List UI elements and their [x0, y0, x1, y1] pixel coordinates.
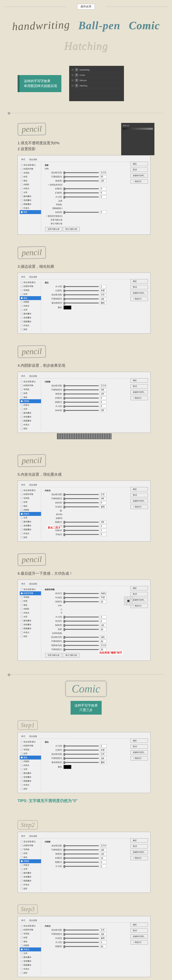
style-checkbox[interactable] [21, 509, 23, 511]
style-list-item[interactable]: 斜面和浮雕 [20, 744, 41, 748]
style-checkbox[interactable] [21, 925, 23, 927]
style-checkbox[interactable] [21, 776, 23, 778]
slider[interactable] [63, 410, 99, 411]
style-checkbox[interactable] [21, 168, 23, 170]
field-input[interactable] [100, 285, 107, 288]
style-checkbox[interactable] [21, 184, 23, 186]
dialog-button[interactable]: 新建样式(W)... [130, 598, 148, 602]
field-input[interactable] [100, 175, 107, 178]
style-checkbox[interactable] [21, 525, 23, 527]
field-input[interactable] [100, 392, 107, 396]
slider[interactable] [63, 180, 99, 181]
field-input[interactable] [100, 405, 107, 408]
style-list-item[interactable]: 纹理 [20, 391, 41, 395]
dialog-button[interactable]: 确定 [130, 738, 148, 743]
style-list-item[interactable]: 外发光 [20, 967, 41, 971]
field-input[interactable] [100, 388, 107, 391]
field-input[interactable] [100, 749, 107, 752]
style-checkbox[interactable] [21, 505, 23, 507]
style-checkbox[interactable] [21, 301, 23, 303]
style-checkbox[interactable] [21, 517, 23, 519]
slider[interactable] [63, 390, 99, 390]
field-input[interactable] [100, 937, 107, 940]
slider[interactable] [63, 593, 99, 594]
field-input[interactable] [100, 493, 107, 496]
style-checkbox[interactable] [21, 600, 23, 602]
style-list-item[interactable]: 混合选项:默认 [20, 587, 41, 591]
style-checkbox[interactable] [21, 313, 23, 315]
style-checkbox[interactable] [21, 860, 23, 862]
style-list-item[interactable]: 等高线 [20, 288, 41, 292]
slider[interactable] [63, 854, 99, 854]
style-list-item[interactable]: 图案叠加 [20, 779, 41, 783]
style-checkbox[interactable] [21, 513, 23, 515]
slider[interactable] [63, 942, 99, 943]
field-input[interactable] [100, 941, 107, 944]
style-checkbox[interactable] [21, 596, 23, 598]
style-list-item[interactable]: 内阴影 [20, 943, 41, 947]
field-input[interactable] [100, 757, 107, 760]
slider[interactable] [63, 398, 99, 398]
style-list-item[interactable]: 光泽 [20, 516, 41, 520]
style-list-item[interactable]: 颜色叠加 [20, 871, 41, 875]
style-checkbox[interactable] [21, 592, 23, 594]
style-checkbox[interactable] [21, 608, 23, 610]
style-list-item[interactable]: 等高线 [20, 595, 41, 599]
slider[interactable] [63, 212, 99, 213]
dialog-button[interactable]: ✓ 预览(V) [130, 297, 148, 301]
style-list-item[interactable]: 投影 [20, 210, 41, 214]
style-checkbox[interactable] [21, 180, 23, 182]
field-input[interactable] [100, 945, 107, 948]
style-list-item[interactable]: 渐变叠加 [20, 198, 41, 202]
style-checkbox[interactable] [21, 604, 23, 606]
field-input[interactable] [100, 298, 107, 301]
field-input[interactable] [100, 640, 107, 643]
style-checkbox[interactable] [21, 960, 23, 962]
dialog-button[interactable]: 确定 [130, 162, 148, 166]
field-input[interactable] [100, 409, 107, 412]
style-list-item[interactable]: 投影 [20, 787, 41, 791]
slider[interactable] [63, 534, 99, 535]
style-checkbox[interactable] [21, 404, 23, 406]
field-input[interactable] [100, 401, 107, 404]
style-list-item[interactable]: 内阴影 [20, 183, 41, 186]
field-input[interactable] [100, 505, 107, 508]
style-checkbox[interactable] [21, 632, 23, 633]
style-list-item[interactable]: 内发光 [20, 403, 41, 407]
reset-button[interactable]: 复位为默认值 [63, 653, 80, 657]
field-input[interactable] [100, 848, 107, 851]
style-list-item[interactable]: 等高线 [20, 496, 41, 500]
style-list-item[interactable]: 颜色叠加 [20, 771, 41, 775]
style-list-item[interactable]: 描边 [20, 395, 41, 399]
style-list-item[interactable]: 光泽 [20, 867, 41, 871]
style-list-item[interactable]: 光泽 [20, 191, 41, 194]
style-list-item[interactable]: 等高线 [20, 171, 41, 175]
style-list-item[interactable]: 内阴影 [20, 859, 41, 863]
style-list-item[interactable]: 混合选项:默认 [20, 740, 41, 744]
style-checkbox[interactable] [21, 940, 23, 943]
slider[interactable] [63, 302, 99, 304]
style-checkbox[interactable] [21, 864, 23, 866]
style-checkbox[interactable] [21, 176, 23, 178]
tab[interactable]: 样式 [21, 158, 25, 161]
style-checkbox[interactable] [21, 203, 23, 205]
style-checkbox[interactable] [21, 933, 23, 935]
style-list-item[interactable]: 纹理 [20, 292, 41, 296]
style-list-item[interactable]: 内阴影 [20, 508, 41, 512]
style-list-item[interactable]: 内发光 [20, 186, 41, 191]
style-list-item[interactable]: 纹理 [20, 175, 41, 179]
style-list-item[interactable]: 渐变叠加 [20, 524, 41, 528]
style-list-item[interactable]: 等高线 [20, 388, 41, 391]
style-list-item[interactable]: 渐变叠加 [20, 316, 41, 320]
style-checkbox[interactable] [21, 848, 23, 850]
style-list-item[interactable]: 描边 [20, 296, 41, 300]
style-list-item[interactable]: 颜色叠加 [20, 520, 41, 524]
tab[interactable]: 混合选项 [29, 735, 37, 738]
field-input[interactable] [100, 752, 107, 756]
style-list-item[interactable]: 等高线 [20, 848, 41, 851]
style-list-item[interactable]: 图案叠加 [20, 627, 41, 630]
style-list-item[interactable]: 光泽 [20, 951, 41, 955]
style-checkbox[interactable] [21, 328, 23, 331]
style-checkbox[interactable] [21, 745, 23, 747]
style-list-item[interactable]: 内发光 [20, 304, 41, 308]
